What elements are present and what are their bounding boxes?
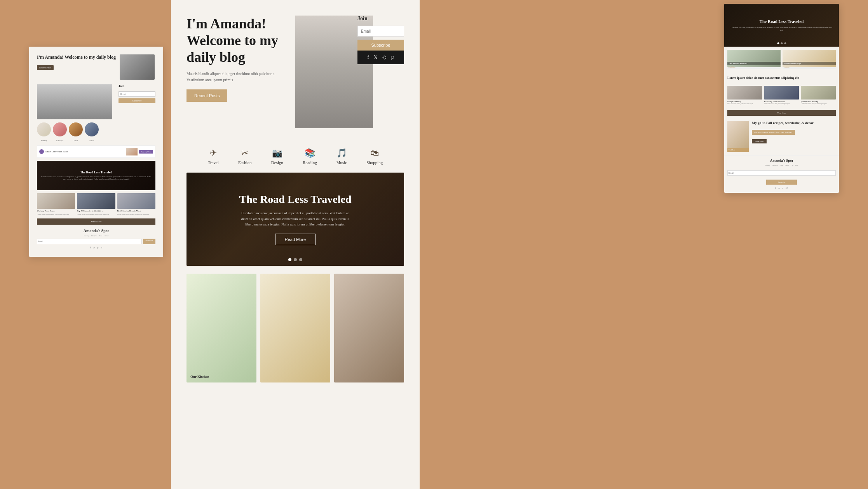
reading-icon: 📚	[305, 148, 315, 158]
nav-travel-label: Travel	[208, 160, 219, 165]
nav-fashion-label: Fashion	[238, 160, 252, 165]
rdot-3[interactable]	[784, 42, 786, 44]
bottom-img-2	[260, 274, 330, 382]
main-subscribe-btn[interactable]: Subscribe	[357, 40, 404, 51]
left-post-grid: Working From Home Lorem ipsum dolor sit …	[37, 193, 155, 215]
rsocial-p[interactable]: p	[778, 187, 780, 190]
post-title-2: Top 20 Countries to Visit this ...	[77, 210, 115, 213]
nav-design-label: Design	[271, 160, 283, 165]
left-social-icons: f p y o	[37, 246, 155, 249]
main-top-section: I'm Amanda! Welcome to my daily blog Mau…	[171, 0, 420, 140]
left-join-title: Join	[119, 84, 155, 88]
pg-body-3: Lorem ipsum dolor sit amet, consectetur …	[801, 103, 836, 105]
social-yt[interactable]: y	[97, 246, 99, 249]
left-email-input[interactable]	[119, 91, 155, 97]
main-hero-body: Mauris blandit aliquet elit, eget tincid…	[186, 71, 284, 83]
gi-label-1: Our Kitchen Remodel	[727, 62, 781, 65]
rfnav-l: Lifestyle	[772, 164, 777, 166]
slider-body: Curabitur arcu erat, accumsan id imperdi…	[241, 210, 350, 227]
rdot-2[interactable]	[781, 42, 783, 44]
nav-music[interactable]: 🎵 Music	[336, 148, 347, 165]
right-card: The Road Less Traveled Curabitur arcu er…	[724, 4, 839, 193]
left-footer-email[interactable]	[37, 239, 142, 244]
left-recent-btn[interactable]: Recent Posts	[37, 65, 54, 70]
left-featured-title: The Road Less Traveled	[80, 171, 112, 174]
circle-lifestyle	[53, 122, 67, 136]
left-footer-subscribe[interactable]: Subscribe	[143, 239, 155, 244]
fashion-icon: ✂	[241, 148, 248, 158]
bottom-img-1: Our Kitchen	[186, 274, 256, 382]
rsocial-o[interactable]: ◎	[786, 187, 788, 190]
right-featured-top: The Road Less Traveled Curabitur arcu er…	[724, 4, 839, 47]
right-dots	[777, 42, 786, 44]
nav-travel[interactable]: ✈ Travel	[208, 148, 219, 165]
nav-reading-label: Reading	[303, 160, 317, 165]
main-social-ig[interactable]: ◎	[382, 54, 386, 60]
circle-label-lifestyle: Lifestyle	[53, 140, 67, 141]
right-subscribe-btn[interactable]: Subscribe	[766, 180, 797, 185]
gi-read-1[interactable]: Read More	[727, 65, 781, 69]
nav-music-label: Music	[336, 160, 347, 165]
main-slider: The Road Less Traveled Curabitur arcu er…	[186, 173, 404, 266]
pg-item-3: Quick Workout Warm Up Lorem ipsum dolor …	[801, 86, 836, 105]
dot-1[interactable]	[288, 258, 291, 261]
dot-3[interactable]	[299, 258, 302, 261]
right-footer-title: Amanda's Spot	[727, 159, 836, 162]
left-view-btn[interactable]: View More	[37, 218, 155, 225]
right-email-input[interactable]	[727, 170, 836, 176]
main-social-fb[interactable]: f	[368, 54, 369, 60]
social-ig[interactable]: o	[101, 246, 102, 249]
pg-title-2: Best Sewing Tools in California	[764, 101, 799, 103]
bottom-label-1: Our Kitchen	[190, 375, 209, 379]
pg-item-2: Best Sewing Tools in California Lorem ip…	[764, 86, 799, 105]
left-subscribe-btn[interactable]: Subscribe	[119, 98, 155, 103]
gi-read-2[interactable]: readmore	[783, 65, 836, 69]
main-hero-left: I'm Amanda! Welcome to my daily blog Mau…	[186, 16, 284, 128]
rfnav-f: Food	[780, 164, 783, 166]
nav-fashion[interactable]: ✂ Fashion	[238, 148, 252, 165]
main-social-pi[interactable]: 𝕡	[391, 54, 394, 60]
pg-img-1	[727, 86, 762, 100]
main-social-tw[interactable]: 𝕏	[374, 54, 378, 60]
fnav-lifestyle: Lifestyle	[91, 235, 96, 237]
design-icon: 📷	[272, 148, 282, 158]
post-img-1	[37, 193, 75, 209]
main-hero-title: I'm Amanda! Welcome to my daily blog	[186, 16, 284, 66]
right-view-btn[interactable]: View More	[727, 110, 836, 116]
nav-reading[interactable]: 📚 Reading	[303, 148, 317, 165]
ad-btn[interactable]: Sign up Now	[139, 150, 153, 154]
pg-img-3	[801, 86, 836, 100]
left-hero-text: I'm Amanda! Welcome to my daily blog Rec…	[37, 54, 116, 80]
left-card: I'm Amanda! Welcome to my daily blog Rec…	[29, 47, 163, 257]
left-circle-labels: Journey Lifestyle Food Travel	[37, 140, 155, 141]
slider-read-more[interactable]: Read More	[275, 234, 315, 245]
rsocial-f[interactable]: f	[775, 187, 776, 190]
left-footer: Amanda's Spot Journey Lifestyle Food Tra…	[37, 229, 155, 249]
grid-item-2: Leather Travel Bags readmore	[783, 50, 836, 69]
rdot-1[interactable]	[777, 42, 779, 44]
shopping-icon: 🛍	[370, 148, 379, 158]
social-pi[interactable]: p	[93, 246, 95, 249]
circle-label-travel: Travel	[85, 140, 99, 141]
main-email-input[interactable]	[357, 26, 404, 37]
right-lifestyle: Click Post My go-to Fall recipes, wardro…	[724, 118, 839, 155]
main-card: I'm Amanda! Welcome to my daily blog Mau…	[171, 0, 420, 489]
post-img-2	[77, 193, 115, 209]
social-fb[interactable]: f	[90, 246, 91, 249]
left-circles	[37, 122, 155, 136]
nav-shopping[interactable]: 🛍 Shopping	[366, 148, 383, 165]
rsocial-y[interactable]: y	[782, 187, 784, 190]
lifestyle-title: My go-to Fall recipes, wardrobe, & decor	[752, 121, 814, 126]
circle-food	[69, 122, 83, 136]
post-title-3: Best Cities for Remote Work	[117, 210, 155, 213]
nav-design[interactable]: 📷 Design	[271, 148, 283, 165]
main-social-row: f 𝕏 ◎ 𝕡	[357, 51, 404, 64]
right-read-btn[interactable]: Read More	[752, 139, 767, 143]
main-recent-posts-btn[interactable]: Recent Posts	[186, 89, 227, 102]
dot-2[interactable]	[294, 258, 297, 261]
post-item-3: Best Cities for Remote Work Lorem ipsum …	[117, 193, 155, 215]
fnav-journey: Journey	[84, 235, 89, 237]
main-nav-icons: ✈ Travel ✂ Fashion 📷 Design 📚 Reading 🎵 …	[171, 140, 420, 173]
slider-title: The Road Less Traveled	[239, 193, 351, 206]
post-body-1: Lorem ipsum dolor sit amet, consectetur …	[37, 213, 75, 215]
